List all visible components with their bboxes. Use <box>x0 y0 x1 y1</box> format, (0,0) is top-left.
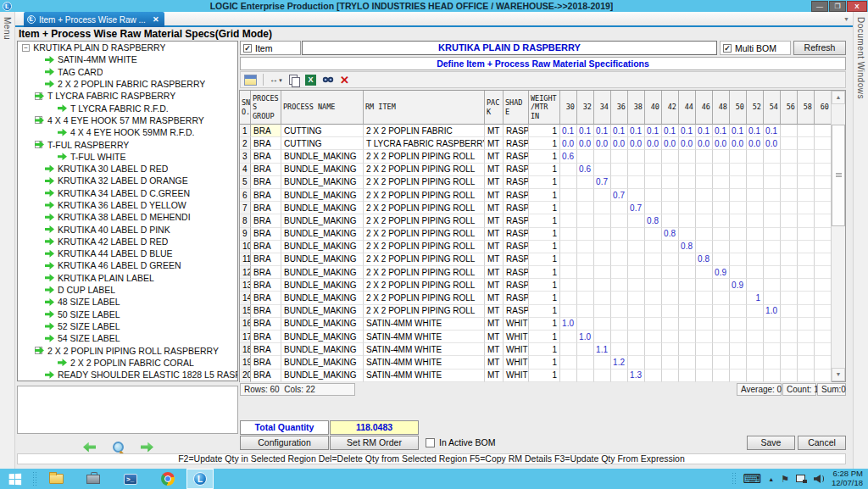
grid-cell-group[interactable]: BRA <box>251 266 281 279</box>
grid-cell-qty[interactable]: 0.1 <box>577 125 594 137</box>
grid-cell-qty[interactable] <box>645 253 662 266</box>
grid-cell-qty[interactable] <box>662 253 679 266</box>
grid-cell-qty[interactable] <box>577 253 594 266</box>
grid-cell-qty[interactable] <box>713 241 730 253</box>
grid-cell-qty[interactable] <box>764 343 781 356</box>
grid-cell-qty[interactable] <box>713 279 730 292</box>
grid-cell-rm_item[interactable]: 2 X 2 POPLIN PIPING ROLL <box>364 202 485 214</box>
grid-cell-weight[interactable]: 1 <box>529 241 560 253</box>
grid-cell-qty[interactable] <box>628 343 645 356</box>
grid-cell-qty[interactable] <box>798 253 815 266</box>
grid-cell-qty[interactable] <box>764 228 781 241</box>
grid-cell-shade[interactable]: RASP <box>504 214 529 227</box>
grid-cell-pack[interactable]: MT <box>485 266 504 279</box>
grid-cell-qty[interactable] <box>645 150 662 163</box>
grid-cell-qty[interactable] <box>815 318 832 331</box>
document-windows-side-strip[interactable]: Document Windows <box>853 12 868 469</box>
grid-cell-qty[interactable] <box>747 356 764 369</box>
grid-cell-qty[interactable] <box>611 370 628 382</box>
grid-cell-weight[interactable]: 1 <box>529 318 560 331</box>
grid-cell-qty[interactable] <box>798 202 815 214</box>
grid-cell-qty[interactable]: 0.1 <box>611 125 628 137</box>
grid-cell-qty[interactable]: 0.1 <box>594 125 611 137</box>
grid-cell-qty[interactable] <box>764 214 781 227</box>
tree-item[interactable]: 48 SIZE LABEL <box>18 296 237 308</box>
grid-cell-qty[interactable] <box>577 150 594 163</box>
grid-cell-qty[interactable]: 0.0 <box>696 137 713 150</box>
grid-cell-shade[interactable]: RASP <box>504 266 529 279</box>
grid-cell-qty[interactable] <box>764 279 781 292</box>
grid-cell-shade[interactable]: RASP <box>504 176 529 189</box>
grid-cell-qty[interactable] <box>815 292 832 304</box>
grid-cell-qty[interactable] <box>713 343 730 356</box>
grid-cell-qty[interactable] <box>747 318 764 331</box>
grid-cell-rm_item[interactable]: 2 X 2 POPLIN PIPING ROLL <box>364 305 485 318</box>
grid-cell-weight[interactable]: 1 <box>529 176 560 189</box>
grid-cell-qty[interactable]: 1 <box>747 292 764 304</box>
tab-item-process-wise-raw[interactable]: L Item + Process Wise Raw ... ✕ <box>24 12 164 27</box>
grid-cell-qty[interactable] <box>713 370 730 382</box>
tree-item[interactable]: 52 SIZE LABEL <box>18 320 237 332</box>
grid-cell-weight[interactable]: 1 <box>529 189 560 202</box>
tree-item[interactable]: 2 X 2 POPLIN FABRIC RASPBERRY <box>18 78 237 90</box>
grid-cell-qty[interactable] <box>577 228 594 241</box>
grid-cell-qty[interactable]: 0.0 <box>764 137 781 150</box>
grid-cell-process[interactable]: BUNDLE_MAKING <box>281 318 364 331</box>
grid-cell-qty[interactable]: 0.1 <box>645 125 662 137</box>
save-button[interactable]: Save <box>747 436 795 450</box>
grid-cell-qty[interactable]: 0.1 <box>696 125 713 137</box>
grid-cell-qty[interactable] <box>781 150 798 163</box>
tree-item[interactable]: 54 SIZE LABEL <box>18 332 237 344</box>
grid-cell-qty[interactable] <box>628 214 645 227</box>
grid-cell-qty[interactable]: 0.0 <box>713 137 730 150</box>
tree-item[interactable]: T LYCRA FABRIC R.F.D. <box>18 102 237 114</box>
grid-cell-qty[interactable] <box>611 343 628 356</box>
grid-cell-qty[interactable] <box>679 164 696 176</box>
grid-cell-group[interactable]: BRA <box>251 137 281 150</box>
grid-cell-pack[interactable]: MT <box>485 214 504 227</box>
grid-cell-qty[interactable] <box>679 356 696 369</box>
grid-cell-qty[interactable] <box>815 214 832 227</box>
grid-cell-qty[interactable] <box>798 214 815 227</box>
grid-cell-qty[interactable] <box>781 228 798 241</box>
grid-cell-group[interactable]: BRA <box>251 279 281 292</box>
grid-cell-process[interactable]: BUNDLE_MAKING <box>281 253 364 266</box>
grid-cell-process[interactable]: BUNDLE_MAKING <box>281 343 364 356</box>
grid-cell-qty[interactable] <box>577 343 594 356</box>
grid-cell-weight[interactable]: 1 <box>529 292 560 304</box>
grid-cell-rm_item[interactable]: 2 X 2 POPLIN PIPING ROLL <box>364 176 485 189</box>
grid-cell-qty[interactable] <box>577 176 594 189</box>
grid-cell-rm_item[interactable]: SATIN-4MM WHITE <box>364 343 485 356</box>
show-hidden-icons[interactable]: ▲ <box>768 476 774 482</box>
grid-cell-qty[interactable] <box>645 266 662 279</box>
grid-cell-weight[interactable]: 1 <box>529 343 560 356</box>
grid-cell-qty[interactable] <box>781 343 798 356</box>
grid-cell-qty[interactable] <box>560 202 577 214</box>
grid-cell-qty[interactable] <box>662 189 679 202</box>
grid-cell-qty[interactable]: 0.7 <box>594 176 611 189</box>
grid-cell-qty[interactable] <box>560 228 577 241</box>
grid-cell-qty[interactable]: 0.0 <box>645 137 662 150</box>
grid-cell-process[interactable]: BUNDLE_MAKING <box>281 266 364 279</box>
grid-cell-process[interactable]: BUNDLE_MAKING <box>281 241 364 253</box>
grid-cell-qty[interactable] <box>662 370 679 382</box>
grid-cell-qty[interactable] <box>628 189 645 202</box>
grid-cell-qty[interactable] <box>696 305 713 318</box>
grid-cell-qty[interactable]: 0.8 <box>645 214 662 227</box>
grid-cell-qty[interactable] <box>645 305 662 318</box>
grid-cell-qty[interactable] <box>696 189 713 202</box>
grid-cell-qty[interactable] <box>747 305 764 318</box>
grid-cell-group[interactable]: BRA <box>251 228 281 241</box>
grid-cell-qty[interactable] <box>560 343 577 356</box>
grid-cell-qty[interactable] <box>764 150 781 163</box>
grid-cell-qty[interactable] <box>798 164 815 176</box>
grid-cell-process[interactable]: BUNDLE_MAKING <box>281 202 364 214</box>
grid-cell-qty[interactable] <box>594 370 611 382</box>
grid-cell-qty[interactable] <box>781 292 798 304</box>
grid-cell-qty[interactable] <box>730 214 747 227</box>
grid-cell-qty[interactable] <box>679 318 696 331</box>
grid-cell-qty[interactable] <box>730 164 747 176</box>
server-manager-taskbar-icon[interactable] <box>75 469 112 489</box>
grid-cell-qty[interactable]: 0.8 <box>679 241 696 253</box>
grid-cell-qty[interactable] <box>594 305 611 318</box>
